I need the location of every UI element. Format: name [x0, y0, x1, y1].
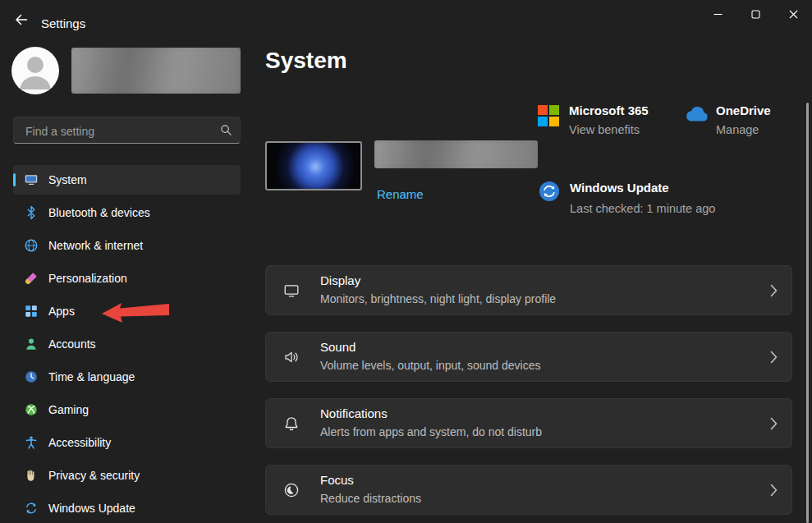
promo-title: Windows Update: [570, 180, 716, 196]
back-button[interactable]: [8, 7, 34, 33]
sidebar-item-system[interactable]: System: [13, 165, 241, 195]
view-benefits-link[interactable]: View benefits: [569, 122, 649, 138]
avatar[interactable]: [11, 47, 59, 94]
network-icon: [24, 238, 39, 253]
chevron-right-icon: [770, 351, 778, 364]
sidebar-item-label: Time & language: [48, 370, 135, 383]
sidebar-item-label: Network & internet: [48, 239, 143, 252]
sidebar-item-personalization[interactable]: Personalization: [13, 264, 241, 293]
promo-title: OneDrive: [716, 103, 771, 119]
onedrive-cloud-icon: [684, 107, 709, 138]
window-controls: [699, 0, 812, 28]
apps-icon: [24, 304, 39, 319]
sidebar-item-label: Accounts: [48, 337, 96, 351]
page-title: System: [265, 48, 347, 74]
sidebar-item-accessibility[interactable]: Accessibility: [13, 428, 241, 457]
card-notifications[interactable]: Notifications Alerts from apps and syste…: [265, 398, 792, 448]
card-title: Display: [320, 273, 360, 287]
manage-link[interactable]: Manage: [716, 122, 771, 138]
card-title: Sound: [320, 340, 356, 354]
rename-link[interactable]: Rename: [377, 187, 424, 201]
card-subtitle: Alerts from apps and system, do not dist…: [320, 425, 542, 438]
focus-icon: [283, 482, 300, 498]
promo-onedrive: OneDrive Manage: [684, 103, 771, 138]
sidebar-item-label: Accessibility: [48, 436, 111, 449]
card-title: Notifications: [320, 406, 388, 420]
privacy-icon: [24, 468, 39, 483]
close-icon: [789, 10, 798, 19]
personalization-icon: [24, 271, 39, 286]
sidebar-item-label: Windows Update: [48, 502, 135, 515]
display-icon: [283, 282, 300, 299]
device-name-redacted: [374, 140, 538, 168]
person-silhouette-icon: [11, 47, 59, 94]
microsoft-365-icon: [538, 105, 559, 126]
back-arrow-icon: [13, 11, 30, 28]
settings-window: Settings System: [0, 0, 812, 523]
maximize-icon: [751, 10, 760, 19]
sidebar-item-windows-update[interactable]: Windows Update: [13, 493, 241, 523]
bluetooth-icon: [24, 205, 39, 220]
sidebar-item-label: Personalization: [48, 272, 127, 285]
minimize-icon: [713, 10, 723, 19]
card-focus[interactable]: Focus Reduce distractions: [265, 465, 792, 515]
notifications-bell-icon: [283, 415, 300, 432]
card-title: Focus: [320, 473, 354, 487]
card-subtitle: Reduce distractions: [320, 492, 421, 505]
chevron-right-icon: [770, 484, 778, 497]
time-language-icon: [24, 369, 39, 384]
scrollbar[interactable]: [806, 103, 809, 523]
maximize-button[interactable]: [736, 0, 774, 28]
chevron-right-icon: [770, 417, 778, 430]
sidebar-item-accounts[interactable]: Accounts: [13, 329, 241, 359]
device-thumbnail: [265, 141, 362, 190]
last-checked-status: Last checked: 1 minute ago: [570, 200, 716, 218]
promo-microsoft-365: Microsoft 365 View benefits: [538, 103, 649, 138]
sidebar-nav: System Bluetooth & devices Network & int…: [13, 165, 241, 523]
window-title: Settings: [41, 16, 85, 30]
blur-patch: [71, 48, 241, 94]
windows-update-icon: [24, 501, 39, 516]
promo-windows-update: Windows Update Last checked: 1 minute ag…: [539, 180, 716, 218]
search-input[interactable]: [24, 117, 214, 145]
sidebar-item-label: Apps: [48, 305, 75, 318]
sidebar-item-gaming[interactable]: Gaming: [13, 395, 241, 424]
blur-patch: [374, 140, 538, 168]
windows-update-status-icon: [539, 181, 560, 218]
search-icon: [220, 124, 232, 136]
sidebar-item-privacy-security[interactable]: Privacy & security: [13, 461, 241, 490]
sound-icon: [283, 349, 300, 365]
sidebar-item-label: Privacy & security: [48, 469, 140, 482]
user-name-redacted: [71, 48, 241, 94]
sidebar-item-label: Gaming: [48, 403, 89, 416]
search-box: [13, 117, 241, 144]
sidebar-item-bluetooth-devices[interactable]: Bluetooth & devices: [13, 198, 241, 227]
card-sound[interactable]: Sound Volume levels, output, input, soun…: [265, 332, 792, 382]
accounts-icon: [24, 337, 39, 351]
sidebar-item-network-internet[interactable]: Network & internet: [13, 231, 241, 260]
minimize-button[interactable]: [699, 0, 736, 28]
chevron-right-icon: [770, 284, 778, 297]
accessibility-icon: [24, 435, 39, 450]
sidebar-item-label: Bluetooth & devices: [48, 206, 150, 219]
card-subtitle: Volume levels, output, input, sound devi…: [320, 359, 541, 372]
sidebar-item-time-language[interactable]: Time & language: [13, 362, 241, 392]
promo-title: Microsoft 365: [569, 103, 649, 119]
close-button[interactable]: [774, 0, 812, 28]
gaming-icon: [24, 402, 39, 417]
annotation-arrow: [100, 299, 171, 327]
sidebar-item-label: System: [48, 173, 87, 186]
card-subtitle: Monitors, brightness, night light, displ…: [320, 292, 556, 305]
card-display[interactable]: Display Monitors, brightness, night ligh…: [265, 265, 792, 315]
system-icon: [24, 172, 39, 187]
